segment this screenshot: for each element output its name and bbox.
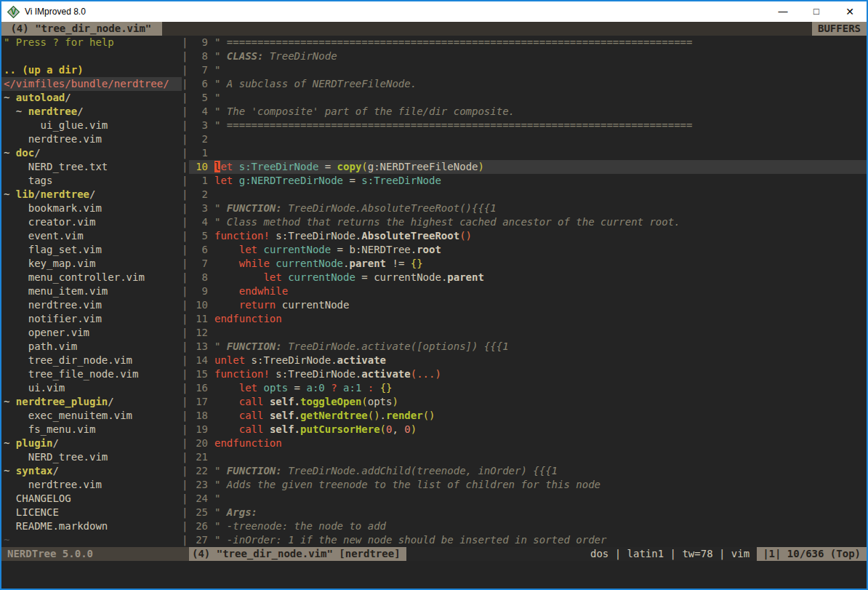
tree-item[interactable]: creator.vim [1,215,182,229]
code-line[interactable]: 22" FUNCTION: TreeDirNode.addChild(treen… [189,464,867,478]
code-line[interactable]: 10 return currentNode [189,298,867,312]
line-text: function! s:TreeDirNode.AbsoluteTreeRoot… [214,229,867,243]
tree-item[interactable]: ~ doc/ [1,146,182,160]
token: = currentNode. [355,271,447,283]
code-line[interactable]: 7" [189,63,867,77]
code-line[interactable]: 6 let currentNode = b:NERDTree.root [189,243,867,257]
code-line[interactable]: 4" The 'composite' part of the file/dir … [189,105,867,119]
code-line[interactable]: 4" Class method that returns the highest… [189,215,867,229]
tree-item[interactable]: ui.vim [1,381,182,395]
code-line[interactable]: 24" [189,492,867,506]
code-line[interactable]: 25" Args: [189,506,867,519]
code-line[interactable]: 16 let opts = a:0 ? a:1 : {} [189,381,867,395]
tree-item[interactable]: notifier.vim [1,312,182,326]
code-line[interactable]: 15function! s:TreeDirNode.activate(...) [189,367,867,381]
code-line[interactable]: 17 call self.toggleOpen(opts) [189,395,867,409]
tree-item[interactable]: bookmark.vim [1,202,182,215]
code-line[interactable]: 26" -treenode: the node to add [189,519,867,533]
code-line[interactable]: 8 let currentNode = currentNode.parent [189,271,867,284]
separator-pipe: | [182,188,189,202]
close-icon[interactable]: ✕ [833,1,867,22]
token: {} [380,382,393,394]
tree-item[interactable]: menu_item.vim [1,284,182,298]
token: parent [447,271,484,283]
code-line[interactable]: 14unlet s:TreeDirNode.activate [189,354,867,367]
token [233,161,238,172]
tree-item[interactable]: nerdtree.vim [1,478,182,492]
tab-active-buffer[interactable]: (4) "tree_dir_node.vim" [1,22,162,36]
token: " Class method that returns the highest … [214,216,680,228]
tree-item[interactable]: ~ syntax/ [1,464,182,478]
tree-item[interactable]: tags [1,174,182,188]
tree-item[interactable]: ~ lib/nerdtree/ [1,188,182,202]
command-line[interactable] [1,561,867,589]
code-line[interactable]: 7 while currentNode.parent != {} [189,257,867,271]
tree-item[interactable]: " Press ? for help [1,36,182,49]
code-line[interactable]: 9 endwhile [189,284,867,298]
tree-item[interactable]: tree_file_node.vim [1,367,182,381]
token: plugin [16,437,53,449]
tree-item[interactable] [1,49,182,63]
tree-item[interactable]: path.vim [1,340,182,354]
code-line[interactable]: 23" Adds the given treenode to the list … [189,478,867,492]
code-line[interactable]: 21 [189,450,867,464]
code-line[interactable]: 9" =====================================… [189,36,867,49]
tree-item[interactable]: ui_glue.vim [1,119,182,132]
tree-item[interactable]: NERD_tree.txt [1,160,182,174]
token: while [239,258,270,269]
code-line[interactable]: 1let g:NERDTreeDirNode = s:TreeDirNode [189,174,867,188]
tree-item[interactable]: event.vim [1,229,182,243]
minimize-icon[interactable]: — [766,1,800,22]
tree-item[interactable]: exec_menuitem.vim [1,409,182,423]
tree-item[interactable]: CHANGELOG [1,492,182,506]
maximize-icon[interactable]: □ [800,1,833,22]
code-line[interactable]: 19 call self.putCursorHere(0, 0) [189,423,867,436]
code-line[interactable]: 2 [189,188,867,202]
tree-item[interactable]: ~ nerdtree/ [1,105,182,119]
tree-item[interactable]: nerdtree.vim [1,132,182,146]
nerdtree-statusline: NERDTree 5.0.0 [1,547,189,561]
editor-panel: 9" =====================================… [189,36,867,547]
tree-item[interactable]: </vimfiles/bundle/nerdtree/ [1,77,182,91]
token [4,216,28,228]
tree-item[interactable]: opener.vim [1,326,182,340]
code-line[interactable]: 20endfunction [189,436,867,450]
tree-item[interactable]: ~ plugin/ [1,436,182,450]
statusline-fill [406,547,590,561]
token: TreeDirNode.AbsoluteTreeRoot(){{{1 [282,202,497,214]
code-line[interactable]: 3" =====================================… [189,119,867,132]
code-line[interactable]: 3" FUNCTION: TreeDirNode.AbsoluteTreeRoo… [189,202,867,215]
code-line[interactable]: 1 [189,146,867,160]
tree-item[interactable]: ~ autoload/ [1,91,182,105]
tree-item[interactable]: flag_set.vim [1,243,182,257]
tree-item[interactable]: README.markdown [1,519,182,533]
tree-item[interactable]: ~ [1,533,182,547]
code-line[interactable]: 10let s:TreeDirNode = copy(g:NERDTreeFil… [189,160,867,174]
token: " A subclass of NERDTreeFileNode. [214,78,417,89]
token: g:NERDTreeDirNode [239,175,343,186]
code-line[interactable]: 11endfunction [189,312,867,326]
token: toggleOpen [300,396,361,407]
window-separator[interactable]: ||||||||||||||||||||||||||||||||||||| [182,36,189,547]
code-line[interactable]: 13" FUNCTION: TreeDirNode.activate([opti… [189,340,867,354]
code-line[interactable]: 18 call self.getNerdtree().render() [189,409,867,423]
tree-item[interactable]: NERD_tree.vim [1,450,182,464]
tree-item[interactable]: tree_dir_node.vim [1,354,182,367]
code-line[interactable]: 12 [189,326,867,340]
token [4,423,28,435]
code-line[interactable]: 6" A subclass of NERDTreeFileNode. [189,77,867,91]
line-number: 10 [189,160,208,174]
tree-item[interactable]: ~ nerdtree_plugin/ [1,395,182,409]
tree-item[interactable]: nerdtree.vim [1,298,182,312]
tree-item[interactable]: key_map.vim [1,257,182,271]
token: self. [270,423,300,435]
tree-item[interactable]: fs_menu.vim [1,423,182,436]
code-line[interactable]: 8" CLASS: TreeDirNode [189,49,867,63]
code-line[interactable]: 27" -inOrder: 1 if the new node should b… [189,533,867,547]
code-line[interactable]: 2 [189,132,867,146]
code-line[interactable]: 5function! s:TreeDirNode.AbsoluteTreeRoo… [189,229,867,243]
code-line[interactable]: 5" [189,91,867,105]
tree-item[interactable]: LICENCE [1,506,182,519]
tree-item[interactable]: menu_controller.vim [1,271,182,284]
tree-item[interactable]: .. (up a dir) [1,63,182,77]
